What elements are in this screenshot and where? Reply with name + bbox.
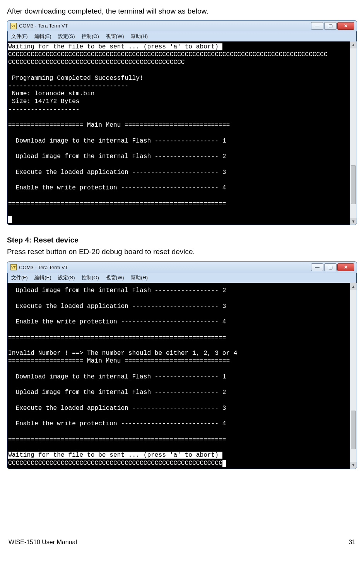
step4-heading: Step 4: Reset device <box>7 236 357 244</box>
menu-setup[interactable]: 設定(S) <box>58 275 75 280</box>
window-title: COM3 - Tera Term VT <box>19 23 68 29</box>
menu-help[interactable]: 幫助(H) <box>131 275 148 280</box>
scroll-up-icon[interactable]: ▲ <box>350 283 357 290</box>
footer-doc-title: WISE-1510 User Manual <box>9 539 77 546</box>
intro-text: After downloading completed, the termina… <box>7 6 357 16</box>
menu-edit[interactable]: 編輯(E) <box>34 275 51 280</box>
terminal-window-2: VT COM3 - Tera Term VT — ▢ ✕ 文件(F) 編輯(E)… <box>7 261 357 469</box>
terminal-window-1: VT COM3 - Tera Term VT — ▢ ✕ 文件(F) 編輯(E)… <box>7 20 357 225</box>
window-title: COM3 - Tera Term VT <box>19 265 68 270</box>
cursor <box>222 460 226 467</box>
terminal-output-2: Upload image from the internal Flash ---… <box>7 283 350 469</box>
page-footer: WISE-1510 User Manual 31 <box>7 539 357 546</box>
scrollbar[interactable]: ▲ ▼ <box>350 283 357 469</box>
window-buttons: — ▢ ✕ <box>311 263 354 271</box>
menu-file[interactable]: 文件(F) <box>11 275 28 280</box>
menu-control[interactable]: 控制(O) <box>82 275 99 280</box>
menu-edit[interactable]: 編輯(E) <box>34 33 51 39</box>
menu-help[interactable]: 幫助(H) <box>131 33 148 39</box>
maximize-button[interactable]: ▢ <box>324 263 337 271</box>
menu-window[interactable]: 視窗(W) <box>106 33 124 39</box>
menu-setup[interactable]: 設定(S) <box>58 33 75 39</box>
close-button[interactable]: ✕ <box>337 22 354 30</box>
scroll-down-icon[interactable]: ▼ <box>350 462 357 469</box>
cursor <box>8 216 12 223</box>
scroll-up-icon[interactable]: ▲ <box>350 41 357 48</box>
maximize-button[interactable]: ▢ <box>324 22 337 30</box>
footer-page-number: 31 <box>349 539 355 546</box>
minimize-button[interactable]: — <box>311 22 323 30</box>
step4-body: Press reset button on ED-20 debug board … <box>7 247 357 257</box>
close-button[interactable]: ✕ <box>337 263 354 271</box>
scroll-thumb[interactable] <box>351 165 356 204</box>
menu-window[interactable]: 視窗(W) <box>106 275 124 280</box>
menubar: 文件(F) 編輯(E) 設定(S) 控制(O) 視窗(W) 幫助(H) <box>7 273 357 283</box>
menu-control[interactable]: 控制(O) <box>82 33 99 39</box>
terminal-output-1: Waiting for the file to be sent ... (pre… <box>7 41 350 225</box>
scroll-thumb[interactable] <box>351 411 356 449</box>
scrollbar[interactable]: ▲ ▼ <box>350 41 357 225</box>
app-icon: VT <box>10 264 17 270</box>
minimize-button[interactable]: — <box>311 263 323 271</box>
menu-file[interactable]: 文件(F) <box>11 33 28 39</box>
titlebar: VT COM3 - Tera Term VT — ▢ ✕ <box>7 21 357 31</box>
menubar: 文件(F) 編輯(E) 設定(S) 控制(O) 視窗(W) 幫助(H) <box>7 31 357 41</box>
titlebar: VT COM3 - Tera Term VT — ▢ ✕ <box>7 262 357 273</box>
scroll-down-icon[interactable]: ▼ <box>350 218 357 225</box>
window-buttons: — ▢ ✕ <box>311 22 354 30</box>
app-icon: VT <box>10 23 17 29</box>
